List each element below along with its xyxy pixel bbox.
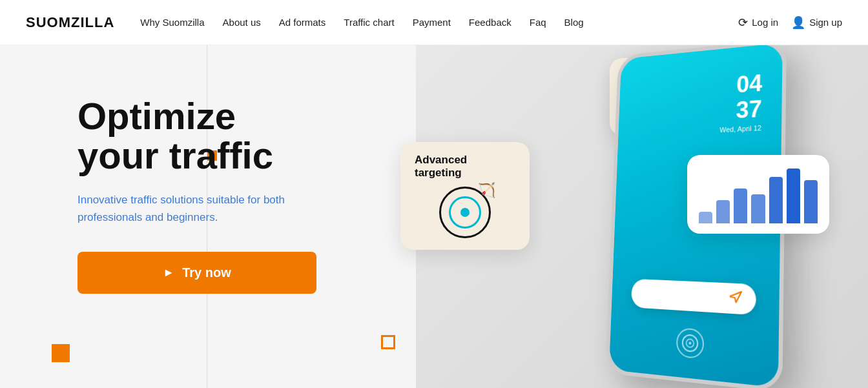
target-icon: 🏹 xyxy=(439,187,491,238)
chart-bar-1 xyxy=(716,200,730,223)
nav-link-blog[interactable]: Blog xyxy=(564,17,584,28)
hero-headline: Optimize your traffic xyxy=(78,97,362,176)
nav-links: Why Suomzilla About us Ad formats Traffi… xyxy=(140,17,738,28)
send-icon xyxy=(728,289,743,307)
nav-link-payment[interactable]: Payment xyxy=(413,17,451,28)
nav-link-why-suomzilla[interactable]: Why Suomzilla xyxy=(140,17,204,28)
hero-content: Optimize your traffic Innovative traffic… xyxy=(0,45,400,388)
chart-card xyxy=(687,155,829,234)
login-button[interactable]: ⟳ Log in xyxy=(738,15,778,30)
chart-bar-0 xyxy=(699,212,712,223)
hero-visual: Detailed statistics Advanced targeting 🏹 xyxy=(400,45,868,388)
chart-bars xyxy=(699,165,818,223)
phone-send-bar xyxy=(631,278,756,315)
chart-bar-5 xyxy=(787,168,800,224)
phone-time: 04 37 Wed, April 12 xyxy=(719,70,762,134)
chart-bar-6 xyxy=(804,180,818,224)
try-now-label: Try now xyxy=(182,265,231,280)
signup-icon: 👤 xyxy=(791,15,805,30)
targeting-card: Advanced targeting 🏹 xyxy=(400,142,530,250)
nav-link-traffic-chart[interactable]: Traffic chart xyxy=(344,17,394,28)
svg-point-3 xyxy=(688,342,691,344)
hero-subtitle: Innovative traffic solutions suitable fo… xyxy=(78,191,323,226)
target-arrow-icon: 🏹 xyxy=(478,182,495,199)
nav-link-feedback[interactable]: Feedback xyxy=(469,17,512,28)
chart-bar-4 xyxy=(769,177,783,223)
nav-link-about-us[interactable]: About us xyxy=(223,17,261,28)
nav-auth: ⟳ Log in 👤 Sign up xyxy=(738,15,842,30)
targeting-card-title: Advanced targeting xyxy=(415,154,515,180)
nav-link-ad-formats[interactable]: Ad formats xyxy=(279,17,326,28)
nav-link-faq[interactable]: Faq xyxy=(530,17,546,28)
fingerprint-icon xyxy=(676,327,705,359)
try-now-button[interactable]: ► Try now xyxy=(78,252,316,294)
chart-bar-2 xyxy=(734,189,747,223)
chart-bar-3 xyxy=(751,194,765,223)
arrow-icon: ► xyxy=(163,266,174,280)
navbar: SUOMZILLA Why Suomzilla About us Ad form… xyxy=(0,0,868,45)
logo[interactable]: SUOMZILLA xyxy=(26,14,114,31)
hero-section: Optimize your traffic Innovative traffic… xyxy=(0,45,868,388)
login-icon: ⟳ xyxy=(738,15,748,30)
signup-button[interactable]: 👤 Sign up xyxy=(791,15,842,30)
